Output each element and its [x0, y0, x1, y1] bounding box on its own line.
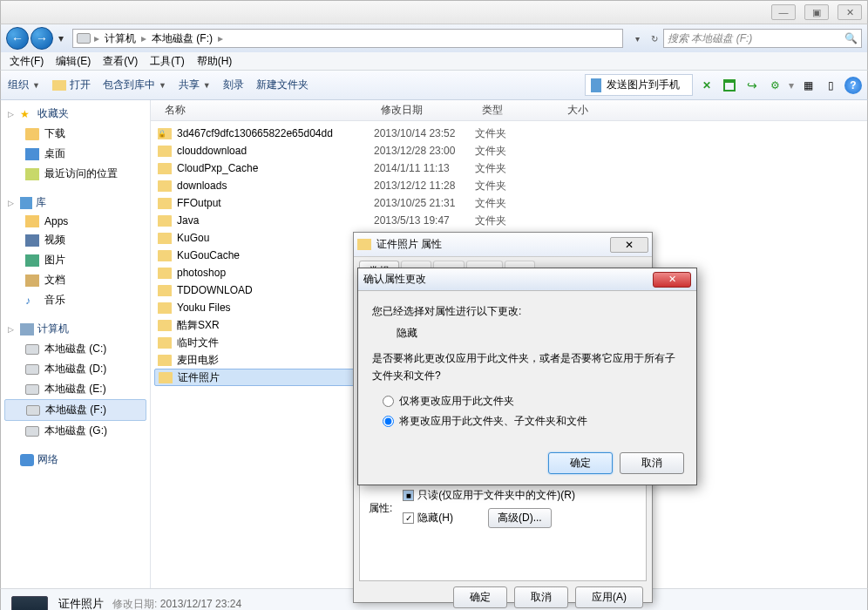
sidebar-drive-f[interactable]: 本地磁盘 (F:): [4, 399, 146, 421]
confirm-line1: 您已经选择对属性进行以下更改:: [372, 303, 682, 320]
folder-icon: [158, 355, 172, 366]
new-folder-button[interactable]: 新建文件夹: [256, 78, 309, 92]
drive-icon: [77, 33, 91, 44]
nav-history-dropdown[interactable]: ▾: [55, 27, 67, 50]
minimize-button[interactable]: —: [771, 4, 796, 20]
menu-tools[interactable]: 工具(T): [145, 52, 189, 71]
preview-pane-icon[interactable]: ▯: [822, 77, 839, 94]
sidebar-documents[interactable]: 文档: [1, 270, 150, 290]
folder-icon: [357, 239, 371, 250]
folder-icon: [158, 198, 172, 209]
confirm-close-button[interactable]: ✕: [653, 272, 691, 288]
folder-icon: [158, 163, 172, 174]
toolbar: 组织▼ 打开 包含到库中▼ 共享▼ 刻录 新建文件夹 发送图片到手机 ✕ ↪ ⚙…: [0, 71, 868, 100]
file-row[interactable]: clouddownload2013/12/28 23:00文件夹: [151, 142, 867, 159]
properties-close-button[interactable]: ✕: [610, 237, 648, 253]
advanced-button[interactable]: 高级(D)...: [488, 508, 552, 528]
help-button[interactable]: ?: [844, 77, 862, 94]
folder-icon: [159, 372, 173, 383]
sidebar-drive-e[interactable]: 本地磁盘 (E:): [1, 379, 150, 399]
search-input[interactable]: 搜索 本地磁盘 (F:) 🔍: [663, 29, 862, 48]
file-row[interactable]: FFOutput2013/10/25 21:31文件夹: [151, 194, 867, 212]
folder-icon: [158, 302, 172, 314]
sidebar-desktop[interactable]: 桌面: [1, 144, 150, 164]
address-bar[interactable]: ▸ 计算机 ▸ 本地磁盘 (F:) ▸: [72, 29, 623, 48]
share-button[interactable]: 共享▼: [179, 78, 211, 92]
sidebar-apps[interactable]: Apps: [1, 213, 150, 230]
address-dropdown[interactable]: ▾: [628, 34, 646, 44]
col-date[interactable]: 修改日期: [374, 103, 475, 118]
breadcrumb-sep: ▸: [94, 32, 99, 44]
properties-apply-button[interactable]: 应用(A): [575, 586, 643, 608]
properties-ok-button[interactable]: 确定: [453, 586, 507, 608]
column-headers: 名称 修改日期 类型 大小: [151, 100, 867, 121]
sidebar-pictures[interactable]: 图片: [1, 250, 150, 270]
search-placeholder: 搜索 本地磁盘 (F:): [668, 31, 752, 46]
share-out-icon[interactable]: ↪: [743, 77, 761, 94]
sidebar-videos[interactable]: 视频: [1, 230, 150, 250]
open-button[interactable]: 打开: [52, 78, 91, 92]
sidebar-drive-g[interactable]: 本地磁盘 (G:): [1, 421, 150, 441]
folder-icon: [158, 180, 172, 192]
folder-icon: [158, 128, 172, 139]
sidebar-network[interactable]: 网络: [1, 450, 150, 470]
send-to-phone-button[interactable]: 发送图片到手机: [585, 74, 693, 96]
breadcrumb-computer[interactable]: 计算机: [103, 31, 138, 46]
folder-icon: [158, 285, 172, 296]
include-library-button[interactable]: 包含到库中▼: [103, 78, 166, 92]
properties-cancel-button[interactable]: 取消: [514, 586, 568, 608]
window-titlebar: — ▣ ✕: [0, 0, 868, 24]
col-type[interactable]: 类型: [475, 103, 560, 118]
confirm-titlebar[interactable]: 确认属性更改 ✕: [358, 268, 696, 291]
folder-thumbnail: [11, 596, 48, 611]
hidden-checkbox[interactable]: ✓: [403, 512, 414, 524]
sidebar-recent[interactable]: 最近访问的位置: [1, 164, 150, 184]
menu-edit[interactable]: 编辑(E): [51, 52, 96, 71]
col-name[interactable]: 名称: [158, 103, 374, 118]
menu-help[interactable]: 帮助(H): [192, 52, 238, 71]
sidebar-computer[interactable]: ▷计算机: [1, 319, 150, 339]
burn-button[interactable]: 刻录: [223, 78, 244, 92]
properties-titlebar[interactable]: 证件照片 属性 ✕: [354, 233, 652, 257]
menu-file[interactable]: 文件(F): [4, 52, 49, 71]
file-row[interactable]: Java2013/5/13 19:47文件夹: [151, 212, 867, 229]
confirm-cancel-button[interactable]: 取消: [620, 452, 684, 474]
forward-button[interactable]: →: [31, 27, 53, 50]
organize-button[interactable]: 组织▼: [8, 78, 40, 92]
sidebar-music[interactable]: ♪音乐: [1, 290, 150, 310]
menu-view[interactable]: 查看(V): [98, 52, 143, 71]
sidebar-drive-c[interactable]: 本地磁盘 (C:): [1, 339, 150, 359]
search-icon[interactable]: 🔍: [844, 32, 858, 44]
readonly-checkbox[interactable]: ■: [403, 490, 414, 501]
phone-icon: [591, 78, 601, 92]
back-button[interactable]: ←: [6, 27, 29, 50]
sidebar-downloads[interactable]: 下载: [1, 124, 150, 144]
sidebar: ▷★收藏夹 下载 桌面 最近访问的位置 ▷库 Apps 视频 图片 文档 ♪音乐…: [1, 100, 151, 588]
folder-icon: [158, 250, 172, 261]
sidebar-libraries[interactable]: ▷库: [1, 193, 150, 213]
sidebar-drive-d[interactable]: 本地磁盘 (D:): [1, 359, 150, 379]
folder-icon: [158, 215, 172, 227]
confirm-opt-folder-only[interactable]: 仅将更改应用于此文件夹: [383, 393, 682, 410]
menu-bar: 文件(F) 编辑(E) 查看(V) 工具(T) 帮助(H): [0, 52, 868, 71]
view-icon[interactable]: ▦: [799, 77, 817, 94]
gear-icon[interactable]: ⚙: [766, 77, 783, 94]
details-name: 证件照片: [58, 597, 104, 610]
refresh-button[interactable]: ↻: [646, 34, 663, 44]
properties-title: 证件照片 属性: [376, 237, 442, 252]
breadcrumb-drive[interactable]: 本地磁盘 (F:): [150, 31, 214, 46]
file-row[interactable]: downloads2013/12/12 11:28文件夹: [151, 177, 867, 194]
confirm-dialog: 确认属性更改 ✕ 您已经选择对属性进行以下更改: 隐藏 是否要将此更改仅应用于此…: [357, 268, 697, 485]
save-icon[interactable]: [721, 77, 738, 94]
folder-icon: [158, 320, 172, 331]
confirm-opt-recursive[interactable]: 将更改应用于此文件夹、子文件夹和文件: [383, 413, 682, 430]
sidebar-favorites[interactable]: ▷★收藏夹: [1, 104, 150, 124]
col-size[interactable]: 大小: [560, 103, 630, 118]
nav-bar: ← → ▾ ▸ 计算机 ▸ 本地磁盘 (F:) ▸ ▾ ↻ 搜索 本地磁盘 (F…: [0, 24, 868, 52]
confirm-ok-button[interactable]: 确定: [548, 452, 613, 474]
file-row[interactable]: CloudPxp_Cache2014/1/11 11:13文件夹: [151, 159, 867, 177]
close-button[interactable]: ✕: [837, 4, 862, 20]
expand-icon[interactable]: ✕: [698, 77, 715, 94]
maximize-button[interactable]: ▣: [804, 4, 829, 20]
file-row[interactable]: 3d467cf9dfc130665822e65d04dd2013/10/14 2…: [151, 125, 867, 142]
